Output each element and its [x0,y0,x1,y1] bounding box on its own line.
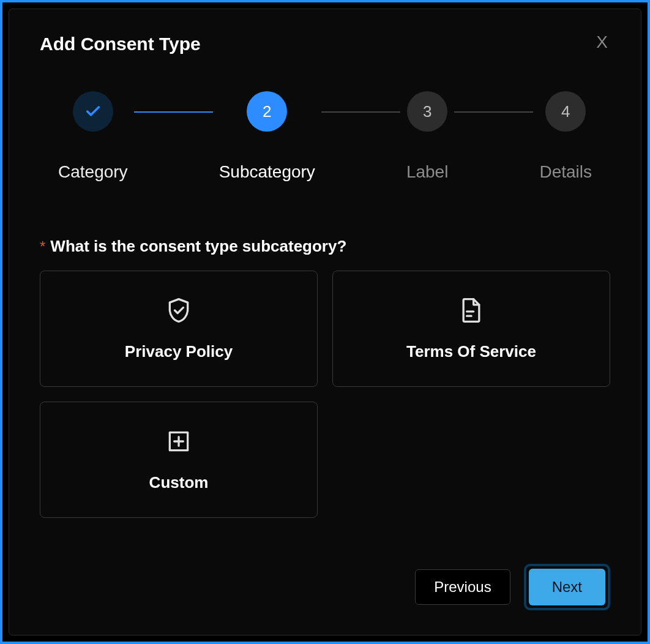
stepper-connector [134,111,213,113]
option-privacy-policy[interactable]: Privacy Policy [40,271,318,387]
step-details: 4 Details [539,91,592,182]
step-indicator-completed [73,91,113,132]
modal-header: Add Consent Type X [40,34,610,54]
subcategory-options: Privacy Policy Terms Of Service [40,271,610,518]
add-consent-type-modal: Add Consent Type X Category 2 Subcategor… [9,9,641,635]
step-label: Details [539,162,592,182]
modal-title: Add Consent Type [40,34,201,54]
step-indicator-pending: 4 [545,91,586,132]
option-terms-of-service[interactable]: Terms Of Service [332,271,610,387]
option-custom[interactable]: Custom [40,402,318,518]
previous-button[interactable]: Previous [415,569,510,605]
option-label: Terms Of Service [406,342,536,361]
next-button-focus-ring: Next [524,564,610,610]
stepper: Category 2 Subcategory 3 Label 4 Details [40,91,610,182]
step-label: Label [406,162,449,182]
step-label: Category [58,162,128,182]
next-button[interactable]: Next [529,569,605,605]
window-frame: Add Consent Type X Category 2 Subcategor… [0,0,650,644]
step-label: Subcategory [219,162,315,182]
shield-check-icon [165,297,192,324]
close-icon[interactable]: X [594,34,610,51]
question: * What is the consent type subcategory? [40,237,610,256]
step-subcategory[interactable]: 2 Subcategory [219,91,315,182]
required-indicator: * [40,238,45,255]
option-label: Privacy Policy [125,342,233,361]
step-category[interactable]: Category [58,91,128,182]
option-label: Custom [149,473,209,492]
modal-footer: Previous Next [40,564,610,610]
plus-square-icon [165,428,192,455]
stepper-connector [454,111,533,113]
stepper-connector [321,111,400,113]
step-indicator-active: 2 [247,91,287,132]
document-icon [458,297,485,324]
step-indicator-pending: 3 [407,91,447,132]
step-label-step: 3 Label [406,91,449,182]
question-text: What is the consent type subcategory? [50,237,346,256]
check-icon [84,103,102,120]
